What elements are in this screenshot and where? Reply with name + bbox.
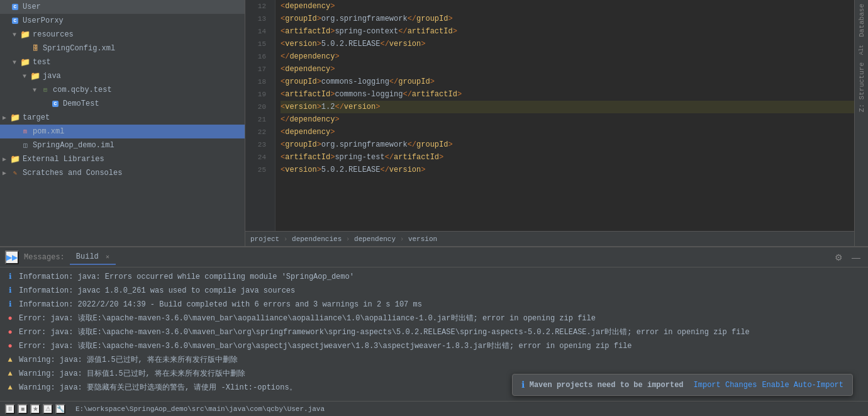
code-line[interactable]: <groupId>org.springframework</groupId> (281, 138, 854, 151)
breadcrumb-separator: › (396, 235, 408, 243)
breadcrumb-item[interactable]: project (250, 235, 279, 243)
project-tree[interactable]: cUsercUserPorxy▼📁resources🗄SpringConfig.… (0, 0, 245, 246)
database-label[interactable]: Database (857, 0, 867, 41)
tree-item-java-test[interactable]: ▼📁java (0, 69, 245, 83)
line-numbers: 1213141516171819202122232425 (245, 0, 275, 231)
log-entry[interactable]: ℹInformation: javac 1.8.0_261 was used t… (0, 284, 868, 298)
tree-item-springaop-iml[interactable]: ◫SpringAop_demo.iml (0, 138, 245, 152)
code-line[interactable]: <version>5.0.2.RELEASE</version> (281, 164, 854, 176)
structure-label[interactable]: Z: Structure (857, 59, 867, 116)
right-panel: Database Alt Z: Structure (854, 0, 868, 246)
editor-area: 1213141516171819202122232425 <dependency… (245, 0, 854, 246)
tree-label: SpringAop_demo.iml (33, 141, 114, 150)
tree-item-com-qcby-test[interactable]: ▼⊞com.qcby.test (0, 83, 245, 97)
tree-arrow: ▶ (3, 114, 9, 121)
panel-left-toolbar: ▶▶ (5, 247, 19, 267)
log-icon-info: ℹ (5, 286, 15, 296)
code-lines[interactable]: <dependency> <groupId>org.springframewor… (275, 0, 854, 231)
tree-arrow: ▶ (3, 155, 9, 163)
pause-button[interactable]: ⏸ (5, 404, 15, 414)
code-line[interactable]: <artifactId>spring-context</artifactId> (281, 25, 854, 38)
tree-label: DemoTest (63, 99, 99, 108)
log-entry[interactable]: ●Error: java: 读取E:\apache-maven-3.6.0\ma… (0, 339, 868, 353)
breadcrumb-item[interactable]: dependencies (292, 235, 342, 243)
favorite-button[interactable]: ★ (30, 404, 40, 414)
build-tab-label: Build (76, 252, 99, 261)
code-line[interactable]: <artifactId>commons-logging</artifactId> (281, 88, 854, 101)
tree-label: target (23, 113, 50, 122)
panel-actions: ⚙ — (832, 251, 863, 264)
log-entry[interactable]: ▲Warning: java: 源值1.5已过时, 将在未来所有发行版中删除 (0, 353, 868, 367)
settings-button[interactable]: ⚙ (832, 251, 845, 264)
code-line[interactable]: <dependency> (281, 126, 854, 138)
import-changes-link[interactable]: Import Changes (694, 381, 757, 390)
tool-button[interactable]: 🔧 (55, 404, 65, 414)
code-container: 1213141516171819202122232425 <dependency… (245, 0, 854, 231)
code-line[interactable]: <dependency> (281, 63, 854, 76)
tree-icon-java: c (50, 99, 60, 109)
build-tab-close[interactable]: ✕ (106, 254, 109, 261)
log-icon-error: ● (5, 313, 15, 323)
log-icon-info: ℹ (5, 272, 15, 282)
enable-autoimport-link[interactable]: Enable Auto-Import (762, 381, 843, 390)
tree-item-scratches[interactable]: ▶✎Scratches and Consoles (0, 166, 245, 180)
line-number: 20 (245, 101, 270, 113)
status-path: E:\workspace\SpringAop_demo\src\main\jav… (75, 405, 325, 413)
log-text: Warning: java: 源值1.5已过时, 将在未来所有发行版中删除 (19, 354, 238, 366)
tree-arrow: ▶ (3, 169, 9, 177)
tree-item-user[interactable]: cUser (0, 0, 245, 14)
tree-item-pom[interactable]: mpom.xml (0, 125, 245, 138)
log-icon-warning: ▲ (5, 355, 15, 365)
log-icon-error: ● (5, 341, 15, 351)
code-line[interactable]: <version>1.2</version> (281, 101, 854, 113)
log-text: Information: 2022/2/20 14:39 - Build com… (19, 299, 422, 310)
log-entry[interactable]: ℹInformation: java: Errors occurred whil… (0, 270, 868, 284)
tree-item-target[interactable]: ▶📁target (0, 111, 245, 125)
tree-icon-scratches: ✎ (10, 168, 20, 178)
log-icon-info: ℹ (5, 300, 15, 310)
build-tab[interactable]: Build ✕ (70, 250, 116, 265)
tree-item-test[interactable]: ▼📁test (0, 55, 245, 69)
tree-icon-package: ⊞ (40, 85, 50, 95)
code-line[interactable]: <groupId>commons-logging</groupId> (281, 76, 854, 88)
tree-label: test (33, 58, 51, 67)
code-line[interactable]: <groupId>org.springframework</groupId> (281, 13, 854, 25)
tree-item-demotest[interactable]: cDemoTest (0, 97, 245, 111)
log-entry[interactable]: ℹInformation: 2022/2/20 14:39 - Build co… (0, 298, 868, 312)
tree-item-springconfig[interactable]: 🗄SpringConfig.xml (0, 42, 245, 55)
code-line[interactable]: </dependency> (281, 113, 854, 126)
code-line[interactable]: <version>5.0.2.RELEASE</version> (281, 38, 854, 50)
log-text: Error: java: 读取E:\apache-maven-3.6.0\mav… (19, 327, 750, 338)
breadcrumb-item[interactable]: version (408, 235, 437, 243)
log-entry[interactable]: ●Error: java: 读取E:\apache-maven-3.6.0\ma… (0, 325, 868, 339)
line-number: 13 (245, 13, 270, 25)
stop-button[interactable]: ■ (18, 404, 28, 414)
code-line[interactable]: <artifactId>spring-test</artifactId> (281, 151, 854, 164)
code-line[interactable]: </dependency> (281, 50, 854, 63)
tree-label: User (23, 3, 41, 11)
run-button[interactable]: ▶▶ (5, 250, 19, 264)
tree-arrow: ▼ (13, 59, 19, 66)
tree-item-resources[interactable]: ▼📁resources (0, 28, 245, 42)
tree-item-external-libs[interactable]: ▶📁External Libraries (0, 152, 245, 166)
breadcrumb-item[interactable]: dependency (354, 235, 396, 243)
tree-arrow: ▼ (23, 73, 29, 80)
log-text: Warning: java: 要隐藏有关已过时选项的警告, 请使用 -Xlint… (19, 382, 297, 393)
code-line[interactable]: <dependency> (281, 0, 854, 13)
notification-text: Maven projects need to be imported (530, 381, 684, 390)
tree-label: Scratches and Consoles (23, 169, 122, 177)
log-entry[interactable]: ●Error: java: 读取E:\apache-maven-3.6.0\ma… (0, 312, 868, 325)
tree-item-userporxy[interactable]: cUserPorxy (0, 14, 245, 28)
log-icon-warning: ▲ (5, 369, 15, 379)
log-text: Error: java: 读取E:\apache-maven-3.6.0\mav… (19, 340, 632, 352)
line-number: 19 (245, 88, 270, 101)
minimize-button[interactable]: — (849, 251, 863, 264)
tree-label: pom.xml (33, 127, 64, 136)
tree-icon-java: c (10, 2, 20, 12)
tree-label: com.qcby.test (53, 86, 112, 94)
warning-nav-button[interactable]: ⚠ (43, 404, 53, 414)
tree-icon-iml: ◫ (20, 140, 30, 150)
line-number: 21 (245, 113, 270, 126)
alt-label[interactable]: Alt (857, 41, 866, 59)
line-number: 25 (245, 164, 270, 176)
